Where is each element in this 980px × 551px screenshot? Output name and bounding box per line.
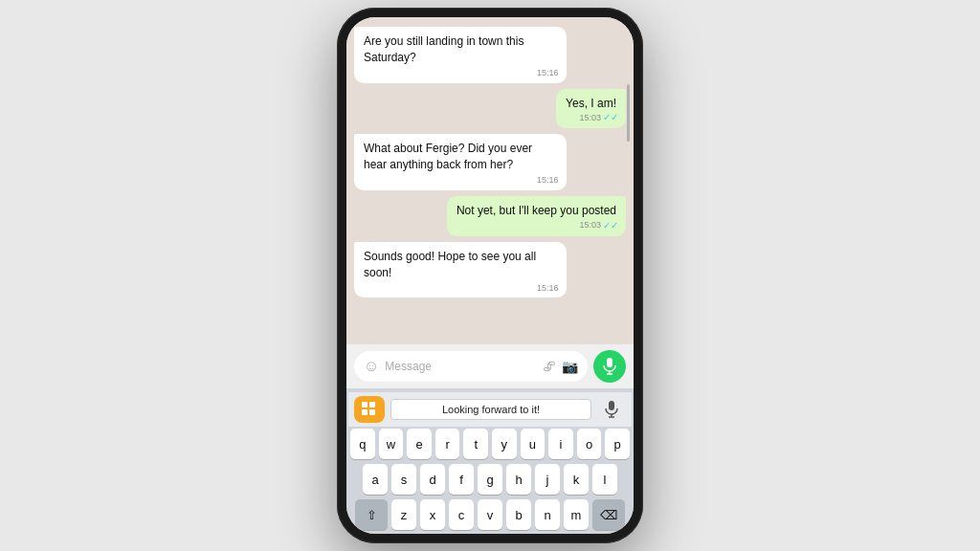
phone-screen: Are you still landing in town this Satur…: [346, 17, 634, 534]
svg-rect-6: [369, 409, 375, 415]
svg-rect-5: [362, 409, 368, 415]
svg-rect-7: [609, 401, 614, 410]
message-input-box[interactable]: ☺ Message 🖇 📷: [354, 351, 588, 382]
key-i[interactable]: i: [548, 429, 573, 459]
svg-rect-3: [362, 402, 368, 408]
suggestion-bar: Looking forward to it!: [348, 392, 632, 427]
key-l[interactable]: l: [592, 464, 617, 495]
message-text-5: Sounds good! Hope to see you all soon!: [364, 250, 536, 279]
key-j[interactable]: j: [535, 464, 560, 495]
scroll-indicator: [627, 84, 630, 142]
key-p[interactable]: p: [605, 429, 630, 459]
key-row-1: q w e r t y u i o p: [350, 429, 630, 459]
emoji-button[interactable]: ☺: [364, 358, 379, 375]
message-bubble-2: Yes, I am! 15:03 ✓✓: [556, 89, 626, 129]
message-bubble-4: Not yet, but I'll keep you posted 15:03 …: [447, 196, 626, 236]
key-row-2: a s d f g h j k l: [350, 464, 630, 495]
emoji-keyboard-button[interactable]: [354, 396, 385, 423]
key-rows: q w e r t y u i o p a s d f g: [348, 429, 632, 530]
key-t[interactable]: t: [463, 429, 488, 459]
key-h[interactable]: h: [506, 464, 531, 495]
key-e[interactable]: e: [407, 429, 432, 459]
key-f[interactable]: f: [449, 464, 474, 495]
key-z[interactable]: z: [391, 499, 416, 530]
message-bubble-1: Are you still landing in town this Satur…: [354, 27, 567, 83]
message-time-3: 15:16: [537, 174, 559, 187]
key-r[interactable]: r: [435, 429, 460, 459]
svg-rect-4: [369, 402, 375, 408]
key-x[interactable]: x: [420, 499, 445, 530]
mic-icon: [603, 358, 616, 375]
attach-icon[interactable]: 🖇: [543, 359, 556, 374]
message-time-4: 15:03: [579, 219, 601, 231]
voice-keyboard-button[interactable]: [597, 396, 626, 423]
key-c[interactable]: c: [449, 499, 474, 530]
key-v[interactable]: v: [478, 499, 502, 530]
check-icon-4: ✓✓: [603, 219, 618, 232]
message-time-2: 15:03: [579, 112, 601, 124]
svg-rect-0: [607, 358, 612, 367]
message-text-4: Not yet, but I'll keep you posted: [457, 204, 616, 217]
message-bubble-3: What about Fergie? Did you ever hear any…: [354, 134, 567, 190]
check-icon-2: ✓✓: [603, 111, 618, 124]
shift-key[interactable]: ⇧: [355, 499, 388, 530]
key-d[interactable]: d: [420, 464, 445, 495]
key-row-3: ⇧ z x c v b n m ⌫: [350, 499, 630, 530]
suggestion-chip[interactable]: Looking forward to it!: [390, 399, 591, 420]
voice-icon: [605, 401, 618, 418]
key-u[interactable]: u: [521, 429, 546, 459]
key-q[interactable]: q: [350, 429, 375, 459]
chat-area: Are you still landing in town this Satur…: [346, 17, 634, 344]
key-s[interactable]: s: [391, 464, 416, 495]
message-time-5: 15:16: [537, 282, 559, 295]
message-bubble-5: Sounds good! Hope to see you all soon! 1…: [354, 242, 567, 298]
message-time-1: 15:16: [537, 67, 559, 79]
key-w[interactable]: w: [379, 429, 404, 459]
key-b[interactable]: b: [506, 499, 531, 530]
message-text-3: What about Fergie? Did you ever hear any…: [364, 142, 532, 171]
mic-button[interactable]: [593, 350, 626, 383]
input-bar: ☺ Message 🖇 📷: [346, 344, 634, 388]
key-g[interactable]: g: [478, 464, 502, 495]
key-m[interactable]: m: [564, 499, 589, 530]
phone-frame: Are you still landing in town this Satur…: [337, 8, 643, 543]
key-o[interactable]: o: [577, 429, 602, 459]
key-a[interactable]: a: [363, 464, 388, 495]
key-n[interactable]: n: [535, 499, 560, 530]
message-placeholder[interactable]: Message: [385, 360, 537, 373]
message-text-1: Are you still landing in town this Satur…: [364, 34, 523, 64]
backspace-key[interactable]: ⌫: [592, 499, 625, 530]
message-text-2: Yes, I am!: [566, 97, 616, 110]
emoji-grid-icon: [361, 401, 378, 418]
keyboard-area: Looking forward to it! q w e: [346, 388, 634, 534]
camera-icon[interactable]: 📷: [562, 359, 578, 374]
key-y[interactable]: y: [492, 429, 517, 459]
key-k[interactable]: k: [564, 464, 589, 495]
